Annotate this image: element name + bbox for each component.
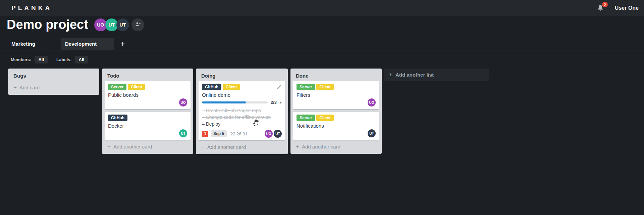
add-card-button[interactable]: + Add card [8,81,99,95]
add-card-button[interactable]: + Add another card [196,140,288,154]
hand-cursor-icon [252,118,261,128]
due-date-chip[interactable]: Sep 5 [211,130,227,137]
tab-development[interactable]: Development [61,38,114,50]
members-filter-label: Members: [11,57,31,62]
caret-down-icon[interactable]: ▾ [280,100,282,104]
card-title: Online demo [202,92,282,98]
list-title[interactable]: Doing [196,69,288,81]
progress-bar [202,101,268,103]
timer-value[interactable]: 22:26:31 [230,131,248,136]
plus-icon: + [13,85,17,90]
list-todo: Todo Server Client Public boards UO GitH… [102,69,193,154]
card-label: Server [297,84,315,90]
card-member-avatar[interactable]: UT [274,130,282,138]
card-member-avatar[interactable]: UT [179,129,187,137]
progress-fill [202,101,246,103]
progress-count: 2/3 [271,100,277,105]
tasks-progress: 2/3 ▾ [202,100,282,105]
card-member-avatar[interactable]: UT [368,129,376,137]
card-member-avatar[interactable]: UO [179,98,187,106]
labels-filter-value[interactable]: All [75,56,88,63]
add-card-button[interactable]: + Add another card [290,140,382,154]
card-filters[interactable]: Server Client Filters UO [293,81,379,109]
task-item: – Deploy [202,121,282,127]
card-public-boards[interactable]: Server Client Public boards UO [105,81,191,109]
card-label: Client [316,115,333,121]
plus-icon: + [107,144,111,149]
card-label: Client [223,84,240,90]
card-label: Client [316,84,333,90]
labels-filter-label: Labels: [56,57,72,62]
member-avatar[interactable]: UT [116,18,129,31]
project-title[interactable]: Demo project [7,17,88,32]
card-member-avatar[interactable]: UO [265,130,273,138]
task-list: – Create GitHub Pages repo – Change code… [202,107,282,127]
list-title[interactable]: Bugs [8,69,99,81]
card-label: Server [297,115,315,121]
filter-bar: Members: All Labels: All [11,55,88,63]
card-title: Public boards [108,92,187,98]
plus-icon: + [389,72,392,78]
list-done: Done Server Client Filters UO Server Cli… [290,69,382,154]
pencil-icon[interactable] [277,84,282,91]
list-bugs: Bugs + Add card [8,69,99,95]
list-title[interactable]: Done [290,69,382,81]
tab-marketing[interactable]: Marketing [7,38,61,50]
card-label: Client [128,84,145,90]
notifications-button[interactable]: 2 [597,4,605,12]
task-item: – Change code for offline version [202,114,282,121]
list-title[interactable]: Todo [102,69,193,81]
top-bar: PLANKA 2 User One [0,0,644,16]
project-members: UO UT UT [94,18,144,31]
card-member-avatar[interactable]: UO [368,98,376,106]
notification-count-badge: 2 [602,2,608,7]
plus-icon: + [121,40,125,48]
card-title: Notifications [297,123,376,129]
card-docker[interactable]: GitHub Docker UT [105,112,191,140]
card-title: Filters [297,92,376,98]
task-item: – Create GitHub Pages repo [202,107,282,114]
plus-icon: + [201,144,205,150]
card-title: Docker [108,123,187,129]
card-notification-badge: 1 [202,131,208,137]
plus-icon: + [296,144,299,149]
add-card-button[interactable]: + Add another card [102,140,193,154]
person-add-icon [135,21,141,29]
user-menu[interactable]: User One [615,5,639,11]
project-header: Demo project UO UT UT [7,17,144,32]
card-notifications[interactable]: Server Client Notifications UT [293,112,379,140]
board-tabs: Marketing Development + [0,38,644,50]
add-member-button[interactable] [131,18,144,31]
add-board-button[interactable]: + [117,38,128,50]
members-filter-value[interactable]: All [35,56,48,63]
add-list-button[interactable]: + Add another list [384,69,489,81]
card-label: Server [108,84,126,90]
card-label: GitHub [108,115,127,121]
card-online-demo[interactable]: GitHub Client Online demo 2/3 ▾ [199,81,285,140]
planka-logo[interactable]: PLANKA [11,4,52,12]
card-label: GitHub [202,84,221,90]
board: Bugs + Add card Todo Server Client Publi… [8,69,644,154]
list-doing: Doing GitHub Client Online demo 2/3 [196,69,288,154]
